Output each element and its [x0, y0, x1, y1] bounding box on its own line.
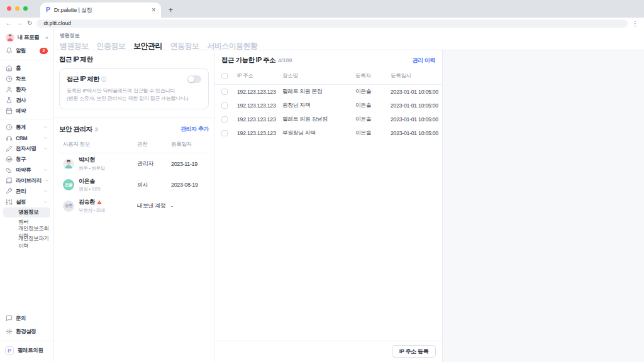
- breadcrumb: 병원정보: [60, 32, 638, 39]
- forward-icon[interactable]: →: [16, 20, 23, 26]
- sidebar-item-chart[interactable]: 차트: [4, 74, 50, 84]
- sidebar-item-inquiry[interactable]: 문의: [4, 312, 50, 325]
- registrant: 이은솔: [355, 129, 391, 137]
- new-tab-icon[interactable]: +: [169, 6, 173, 14]
- book-icon: [6, 177, 13, 184]
- avatar-photo: [63, 158, 74, 170]
- row-checkbox[interactable]: [221, 116, 228, 123]
- ip-restriction-toggle[interactable]: [187, 75, 201, 83]
- manager-role-team: 원장 • 외래: [79, 186, 101, 192]
- profile-avatar: [6, 33, 14, 42]
- sidebar-item-patients[interactable]: 환자: [4, 84, 50, 95]
- browser-tab[interactable]: P Dr.palette | 설정 ×: [40, 3, 161, 18]
- manager-name: 김승환: [79, 198, 105, 206]
- allowed-ips-footer: IP 주소 등록: [214, 341, 442, 362]
- add-manager-link[interactable]: 관리자 추가: [180, 125, 209, 133]
- ip-restriction-panel: 접근 IP 제한 접근 IP 제한 ⓘ 등록된 IP에서만 닥터팔레트에 접근할…: [54, 50, 214, 362]
- registered-datetime: 2023-01-01 10:05:00: [391, 116, 438, 123]
- security-managers-title: 보안 관리자: [59, 125, 92, 134]
- sidebar-item-narcotics[interactable]: 마약류: [4, 165, 50, 175]
- sidebar-spacer: [4, 248, 50, 312]
- clinic-switcher[interactable]: P 팔레트의원: [4, 344, 50, 358]
- allowed-ips-header: 접근 가능한 IP 주소 4/100 관리 이력: [214, 50, 442, 69]
- won-icon: [6, 156, 13, 163]
- manager-name: 박지현: [79, 156, 105, 164]
- manager-row: 은솔 이은솔 원장 • 외래 의사: [59, 174, 209, 195]
- registered-datetime: 2023-01-01 10:05:00: [391, 89, 438, 95]
- settings-submenu-item[interactable]: 개인정보파기이력: [3, 238, 50, 248]
- wrench-icon: [6, 188, 13, 195]
- registered-datetime: 2023-01-01 10:05:00: [391, 102, 438, 109]
- managers-table-header: 사용자 정보 권한 등록일자: [59, 138, 209, 153]
- register-ip-button[interactable]: IP 주소 등록: [392, 345, 436, 358]
- sidebar-item-profile[interactable]: 내 프로필 «: [4, 31, 50, 44]
- minimize-window-icon[interactable]: [15, 6, 19, 11]
- chart-icon: [6, 75, 13, 82]
- sidebar-item-library[interactable]: 라이브러리: [4, 175, 50, 186]
- place-name: 팔레트 의원 강남점: [282, 116, 355, 123]
- ip-restriction-description: 등록된 IP에서만 닥터팔레트에 접근할 수 있습니다. (병원 소유자, 보안…: [67, 87, 201, 103]
- settings-submenu: 병원정보 멤버 개인정보조회이력 개인정보파기이력: [4, 207, 50, 248]
- security-managers-header: 보안 관리자 3 관리자 추가: [59, 125, 209, 134]
- manager-row: 승환 김승환 부원장 • 외래 내보낸 계정: [59, 195, 209, 217]
- row-checkbox[interactable]: [221, 102, 228, 109]
- sidebar: 내 프로필 « 알림 2 홈 차트 환자: [0, 29, 54, 362]
- row-checkbox[interactable]: [221, 89, 228, 95]
- chevron-down-icon: [43, 168, 48, 172]
- browser-menu-icon[interactable]: ⋮: [632, 20, 638, 27]
- clock-icon: [6, 124, 13, 131]
- security-managers-count: 3: [94, 126, 97, 133]
- manager-date: 2023-11-19: [171, 161, 205, 167]
- sidebar-item-management[interactable]: 관리: [4, 186, 50, 197]
- divider: [54, 118, 214, 118]
- management-history-link[interactable]: 관리 이력: [412, 57, 435, 65]
- sidebar-collapse-icon[interactable]: «: [45, 35, 48, 41]
- allowed-ips-count: 4/100: [278, 57, 292, 63]
- manager-permission: 관리자: [137, 160, 171, 168]
- sliders-icon: [6, 199, 13, 206]
- maximize-window-icon[interactable]: [23, 6, 28, 11]
- section-title-ip-restriction: 접근 IP 제한: [59, 55, 209, 64]
- chevron-down-icon: [43, 136, 48, 140]
- chevron-down-icon: [43, 189, 48, 194]
- ip-address: 192.123.123.123: [237, 89, 282, 95]
- url-field[interactable]: dr.pltt.cloud: [36, 19, 628, 28]
- chevron-up-icon: [43, 200, 48, 204]
- pill-icon: [6, 167, 13, 173]
- registrant: 이은솔: [355, 116, 391, 123]
- home-icon: [6, 65, 13, 72]
- sidebar-item-billing[interactable]: 청구: [4, 154, 50, 165]
- sidebar-item-tests[interactable]: 검사: [4, 95, 50, 106]
- sidebar-item-reservations[interactable]: 예약: [4, 106, 50, 116]
- screen: P Dr.palette | 설정 × + ← → ↻ dr.pltt.clou…: [0, 0, 644, 362]
- row-checkbox[interactable]: [221, 130, 228, 136]
- sidebar-item-settings[interactable]: 설정: [4, 197, 50, 207]
- settings-submenu-item[interactable]: 병원정보: [3, 207, 50, 217]
- ip-row: 192.123.123.123 팔레트 의원 강남점 이은솔 2023-01-0…: [214, 112, 442, 126]
- info-icon: ⓘ: [101, 77, 107, 82]
- back-icon[interactable]: ←: [6, 20, 12, 26]
- sidebar-item-crm[interactable]: CRM: [4, 133, 50, 143]
- patient-icon: [6, 86, 13, 93]
- clinic-name: 팔레트의원: [18, 347, 43, 354]
- reload-icon[interactable]: ↻: [27, 20, 32, 26]
- sidebar-item-notifications[interactable]: 알림 2: [4, 44, 50, 57]
- page-header: 병원정보 병원정보 인증정보 보안관리 연동정보 서비스이용현황: [54, 29, 644, 50]
- place-name: 원장님 자택: [282, 102, 355, 109]
- ip-row: 192.123.123.123 부원장님 자택 이은솔 2023-01-01 1…: [214, 126, 442, 140]
- tab-close-icon[interactable]: ×: [152, 7, 155, 13]
- gear-icon: [6, 328, 13, 335]
- sidebar-item-home[interactable]: 홈: [4, 63, 50, 74]
- ip-row: 192.123.123.123 팔레트 의원 본점 이은솔 2023-01-01…: [214, 85, 442, 99]
- url-text: dr.pltt.cloud: [43, 20, 70, 26]
- calendar-icon: [6, 107, 13, 114]
- allowed-ips-title: 접근 가능한 IP 주소: [221, 56, 275, 65]
- sidebar-item-statistics[interactable]: 통계: [4, 122, 50, 133]
- close-window-icon[interactable]: [7, 6, 11, 11]
- sidebar-item-preferences[interactable]: 환경설정: [4, 325, 50, 338]
- window-controls: [7, 6, 28, 11]
- avatar-initials: 승환: [63, 200, 74, 212]
- sidebar-item-esign[interactable]: 전자서명: [4, 143, 50, 154]
- headset-icon: [6, 134, 13, 141]
- select-all-checkbox[interactable]: [221, 73, 228, 79]
